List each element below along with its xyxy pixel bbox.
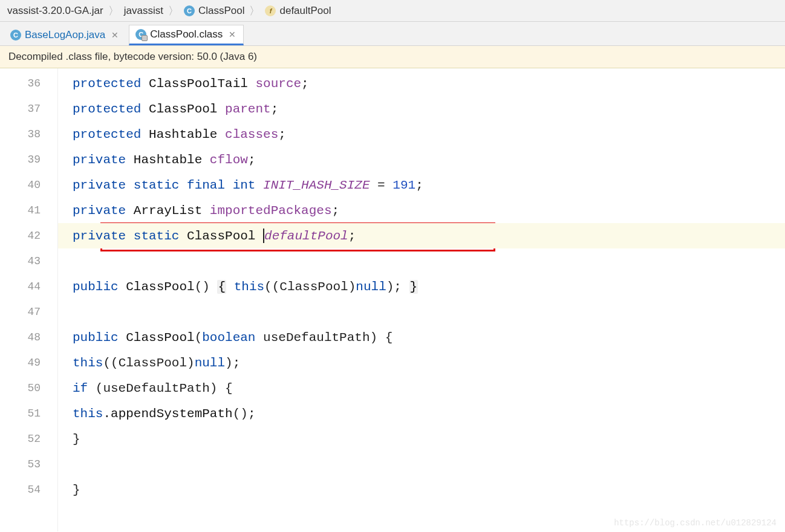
line-number: 52: [0, 426, 57, 452]
breadcrumb-package[interactable]: javassist: [120, 5, 167, 17]
code-line[interactable]: this.appendSystemPath();: [58, 401, 785, 426]
chevron-right-icon: 〉: [108, 4, 119, 18]
gutter: 36 37 38 39 40 41 42 43 44 47 48 49 50 5…: [0, 68, 58, 531]
line-number: 37: [0, 96, 57, 122]
banner-text: Decompiled .class file, bytecode version…: [8, 51, 257, 62]
line-number: 39: [0, 147, 57, 172]
breadcrumb-jar-label: vassist-3.20.0-GA.jar: [7, 5, 103, 17]
code-line[interactable]: public ClassPool() { this((ClassPool)nul…: [58, 274, 785, 299]
code-line[interactable]: protected ClassPool parent;: [58, 96, 785, 122]
chevron-right-icon: 〉: [168, 4, 179, 18]
line-number: 53: [0, 452, 57, 477]
tab-classpool[interactable]: ClassPool.class ✕: [129, 25, 244, 45]
line-number: 49: [0, 350, 57, 375]
decompiled-banner: Decompiled .class file, bytecode version…: [0, 46, 785, 68]
code-line[interactable]: [58, 299, 785, 325]
code-line[interactable]: this((ClassPool)null);: [58, 350, 785, 375]
code-line[interactable]: protected Hashtable classes;: [58, 122, 785, 147]
line-number: 47: [0, 299, 57, 325]
breadcrumb-member-label: defaultPool: [279, 5, 331, 17]
code-line[interactable]: if (useDefaultPath) {: [58, 375, 785, 401]
breadcrumb-class[interactable]: ClassPool: [180, 5, 249, 17]
line-number: 40: [0, 172, 57, 198]
line-number: 38: [0, 122, 57, 147]
editor-tabs: BaseLogAop.java ✕ ClassPool.class ✕: [0, 22, 785, 46]
class-icon: [135, 29, 146, 40]
line-number: 43: [0, 248, 57, 274]
code-line[interactable]: private ArrayList importedPackages;: [58, 198, 785, 223]
watermark: https://blog.csdn.net/u012829124: [614, 518, 777, 528]
code-line[interactable]: [58, 452, 785, 477]
line-number: 36: [0, 71, 57, 96]
class-icon: [10, 30, 21, 41]
close-icon[interactable]: ✕: [227, 30, 237, 39]
line-number: 54: [0, 477, 57, 502]
code-line[interactable]: }: [58, 426, 785, 452]
code-line[interactable]: private Hashtable cflow;: [58, 147, 785, 172]
code-line[interactable]: protected ClassPoolTail source;: [58, 71, 785, 96]
code-line[interactable]: [58, 248, 785, 274]
code-line[interactable]: }: [58, 477, 785, 502]
chevron-right-icon: 〉: [249, 4, 260, 18]
line-number: 51: [0, 401, 57, 426]
tab-label: ClassPool.class: [150, 28, 223, 41]
breadcrumb-bar: vassist-3.20.0-GA.jar 〉 javassist 〉 Clas…: [0, 0, 785, 22]
field-icon: [265, 5, 276, 16]
breadcrumb-jar[interactable]: vassist-3.20.0-GA.jar: [4, 5, 107, 17]
code-line-current[interactable]: private static ClassPool defaultPool;: [58, 223, 785, 248]
code-line[interactable]: private static final int INIT_HASH_SIZE …: [58, 172, 785, 198]
line-number: 44: [0, 274, 57, 299]
line-number: 48: [0, 325, 57, 350]
breadcrumb-class-label: ClassPool: [198, 5, 245, 17]
code-line[interactable]: public ClassPool(boolean useDefaultPath)…: [58, 325, 785, 350]
line-number: 42: [0, 223, 57, 248]
code-area[interactable]: protected ClassPoolTail source; protecte…: [58, 68, 785, 531]
close-icon[interactable]: ✕: [110, 30, 120, 40]
tab-baselogaop[interactable]: BaseLogAop.java ✕: [4, 25, 126, 45]
class-icon: [184, 5, 195, 16]
line-number: 41: [0, 198, 57, 223]
editor[interactable]: 36 37 38 39 40 41 42 43 44 47 48 49 50 5…: [0, 68, 785, 531]
breadcrumb-package-label: javassist: [124, 5, 163, 17]
line-number: 50: [0, 375, 57, 401]
tab-label: BaseLogAop.java: [25, 29, 105, 41]
breadcrumb-member[interactable]: defaultPool: [261, 5, 334, 17]
